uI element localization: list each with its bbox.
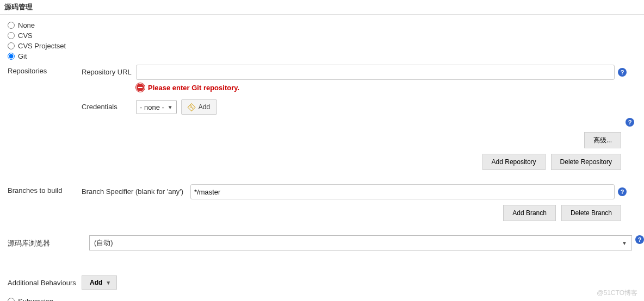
section-title: 源码管理: [0, 0, 644, 15]
scm-none-radio[interactable]: [8, 22, 15, 29]
additional-behaviours-label: Additional Behaviours: [0, 279, 82, 287]
scm-git-label: Git: [18, 52, 27, 60]
watermark: @51CTO博客: [597, 289, 637, 298]
scm-cvs-label: CVS: [18, 32, 33, 40]
repository-url-label: Repository URL: [82, 65, 136, 76]
help-icon[interactable]: ?: [618, 187, 627, 196]
repo-error-text: Please enter Git repository.: [148, 84, 239, 92]
scm-none-label: None: [18, 21, 35, 29]
credentials-label: Credentials: [82, 99, 136, 111]
chevron-down-icon: ▼: [622, 240, 627, 246]
repo-browser-selected: (自动): [94, 238, 113, 248]
delete-branch-button[interactable]: Delete Branch: [561, 205, 621, 221]
add-credentials-label: Add: [199, 103, 210, 111]
scm-subversion-label: Subversion: [18, 297, 53, 301]
help-icon[interactable]: ?: [626, 118, 634, 127]
chevron-down-icon: ▼: [106, 280, 111, 286]
repositories-label: Repositories: [0, 65, 82, 75]
advanced-button[interactable]: 高级...: [584, 132, 621, 148]
key-icon: ⚿: [186, 102, 197, 112]
branches-to-build-label: Branches to build: [0, 184, 82, 195]
repository-url-input[interactable]: [136, 65, 615, 80]
scm-cvs-projectset-label: CVS Projectset: [18, 42, 66, 50]
repo-error-line: Please enter Git repository.: [136, 83, 639, 92]
chevron-down-icon: ▼: [168, 104, 173, 110]
help-icon[interactable]: ?: [635, 235, 644, 244]
scm-subversion-radio[interactable]: [8, 298, 15, 301]
scm-radio-group: None CVS CVS Projectset Git: [0, 20, 644, 61]
add-branch-button[interactable]: Add Branch: [503, 205, 556, 221]
spacer-left: [0, 99, 82, 102]
add-credentials-button[interactable]: ⚿ Add: [181, 99, 217, 115]
repo-browser-label: 源码库浏览器: [0, 235, 89, 248]
error-icon: [136, 83, 145, 92]
scm-cvs-radio[interactable]: [8, 32, 15, 39]
add-repository-button[interactable]: Add Repository: [482, 154, 546, 170]
help-icon[interactable]: ?: [618, 68, 627, 77]
branch-specifier-input[interactable]: [190, 184, 615, 199]
branch-specifier-label: Branch Specifier (blank for 'any'): [82, 184, 190, 196]
add-behaviour-label: Add: [90, 279, 102, 286]
credentials-select[interactable]: - none - ▼: [136, 100, 177, 114]
repo-browser-select[interactable]: (自动) ▼: [89, 235, 632, 250]
credentials-selected: - none -: [140, 103, 164, 111]
scm-cvs-projectset-radio[interactable]: [8, 42, 15, 49]
add-behaviour-button[interactable]: Add ▼: [82, 275, 117, 290]
scm-git-radio[interactable]: [8, 53, 15, 60]
delete-repository-button[interactable]: Delete Repository: [551, 154, 621, 170]
